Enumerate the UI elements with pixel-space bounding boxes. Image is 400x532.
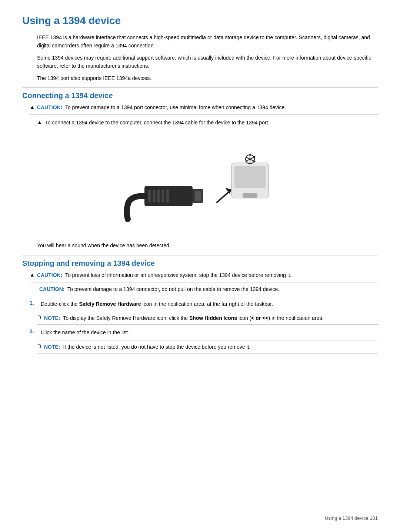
svg-rect-2	[153, 190, 156, 203]
step-1-block: 1. Double-click the Safely Remove Hardwa…	[30, 300, 378, 308]
section-title-connecting: Connecting a 1394 device	[22, 91, 378, 100]
triangle-caution-icon-1: ▲	[30, 272, 35, 278]
caution-text-stopping2: CAUTION: To prevent damage to a 1394 con…	[39, 285, 279, 293]
svg-rect-7	[195, 191, 201, 201]
svg-point-18	[254, 156, 256, 158]
svg-rect-5	[166, 190, 169, 203]
section-title-stopping: Stopping and removing a 1394 device	[22, 259, 378, 268]
svg-rect-3	[157, 190, 160, 203]
triangle-caution-icon: ▲	[30, 104, 35, 110]
page-footer: Using a 1394 device 101	[325, 515, 378, 521]
svg-rect-12	[243, 193, 257, 198]
note-text-2: NOTE: If the device is not listed, you d…	[44, 343, 250, 351]
intro-para3: The 1394 port also supports IEEE 1394a d…	[37, 74, 378, 82]
step1-text: Double-click the Safely Remove Hardware …	[41, 300, 273, 308]
intro-para1: IEEE 1394 is a hardware interface that c…	[37, 33, 378, 50]
note-icon-2: 🗒	[37, 344, 42, 349]
caution-block-stopping2: CAUTION: To prevent damage to a 1394 con…	[30, 285, 378, 296]
svg-rect-11	[234, 166, 266, 188]
svg-point-17	[249, 154, 251, 156]
intro-para2: Some 1394 devices may require additional…	[37, 54, 378, 70]
caution-block-connecting: ▲ CAUTION: To prevent damage to a 1394 p…	[30, 104, 378, 115]
caution-text-connecting: CAUTION: To prevent damage to a 1394 por…	[37, 104, 286, 111]
cable-illustration-container	[22, 138, 378, 234]
step2-text: Click the name of the device in the list…	[41, 328, 129, 337]
note-icon-1: 🗒	[37, 315, 42, 320]
section-divider-stopping	[22, 255, 378, 255]
note-text-1: NOTE: To display the Safely Remove Hardw…	[44, 314, 324, 322]
svg-point-19	[254, 161, 256, 163]
caution-block-stopping1: ▲ CAUTION: To prevent loss of informatio…	[30, 271, 378, 282]
filled-triangle-icon: ▲	[37, 119, 42, 125]
note-block-1: 🗒 NOTE: To display the Safely Remove Har…	[37, 312, 378, 325]
note-block-2: 🗒 NOTE: If the device is not listed, you…	[37, 341, 378, 354]
caution-text-stopping1: CAUTION: To prevent loss of information …	[37, 271, 291, 279]
cable-illustration	[122, 138, 278, 234]
svg-rect-1	[148, 190, 151, 203]
arrow-step-connecting: ▲ To connect a 1394 device to the comput…	[37, 118, 378, 127]
spacer-icon	[30, 285, 37, 291]
step-2-block: 2. Click the name of the device in the l…	[30, 328, 378, 337]
detected-text: You will hear a sound when the device ha…	[37, 241, 378, 250]
section-divider-connecting	[22, 87, 378, 88]
page-title: Using a 1394 device	[22, 15, 378, 27]
svg-rect-4	[161, 190, 164, 203]
